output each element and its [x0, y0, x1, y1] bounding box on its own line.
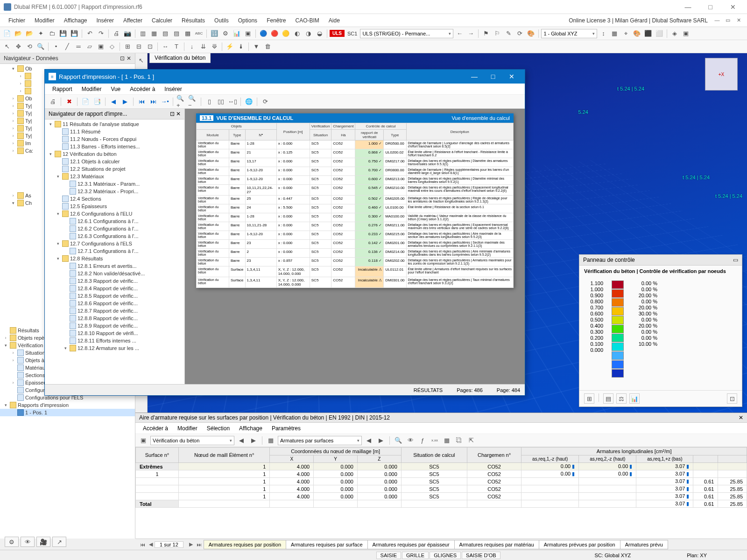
doc-minimize-icon[interactable]: —	[712, 17, 722, 23]
dlg-first-icon[interactable]: ⏮	[136, 97, 147, 107]
bp-menu-affichage[interactable]: Affichage	[234, 424, 267, 433]
bp-find-icon[interactable]: 🔍	[393, 435, 403, 446]
dialog-page-view[interactable]: 13.1 VUE D'ENSEMBLE DU CALCUL Vue d'ense…	[185, 109, 525, 384]
doc-restore-icon[interactable]: ▭	[723, 17, 733, 23]
tree-row[interactable]: 11.1 Résumé	[46, 128, 183, 135]
cp-b1-icon[interactable]: ⊞	[584, 393, 594, 404]
tree-row[interactable]: 12.8.8 Rapport de vérific...	[46, 315, 183, 322]
menu-fenetre[interactable]: Fenêtre	[262, 15, 290, 26]
dlg-print-icon[interactable]: 🖨	[48, 97, 58, 107]
menu-affichage[interactable]: Affichage	[59, 15, 92, 26]
flag2-icon[interactable]: ⚐	[492, 28, 502, 39]
doc-close-icon[interactable]: ✕	[734, 17, 743, 23]
tree-row[interactable]: 12.4 Sections	[46, 195, 183, 203]
cp-b3-icon[interactable]: ⚖	[616, 393, 627, 404]
dlg-ftr-icon[interactable]: 📑	[92, 97, 102, 107]
dlg-menu-rapport[interactable]: Rapport	[48, 84, 77, 94]
res2-icon[interactable]: 🔴	[269, 28, 280, 39]
dlg-next-icon[interactable]: ▶	[120, 97, 130, 107]
tree-row[interactable]: 12.6.2 Configurations à l'...	[46, 225, 183, 232]
tree-row[interactable]: 1 - Pos. 1	[0, 409, 135, 416]
tree-row[interactable]: ▾12.6 Configurations à l'ELU	[46, 210, 183, 217]
flag1-icon[interactable]: ⚑	[481, 28, 491, 39]
calc4-icon[interactable]: ▣	[243, 28, 253, 39]
prev-icon[interactable]: ←	[454, 28, 465, 39]
folder-icon[interactable]: 🗀	[47, 28, 57, 39]
status-saisie[interactable]: SAISIE	[376, 552, 401, 559]
t3-icon[interactable]: ⊡	[145, 42, 155, 52]
dlg-lang-icon[interactable]: 🌐	[244, 97, 254, 107]
calc2-icon[interactable]: ⚙	[220, 28, 231, 39]
move-icon[interactable]: ✥	[13, 42, 23, 52]
axis-icon[interactable]: ↕	[598, 28, 608, 39]
tab-armatures-surface[interactable]: Armatures requises par surface	[286, 540, 367, 549]
bp-prev2-icon[interactable]: ◀	[364, 435, 374, 446]
rot-icon[interactable]: ⟲	[24, 42, 35, 52]
dialog-close-icon[interactable]: ✕	[502, 73, 521, 80]
uls-badge[interactable]: ULS	[330, 30, 345, 37]
open2-icon[interactable]: 📂	[24, 28, 35, 39]
dlg-nav-close-icon[interactable]: ✕	[176, 111, 181, 117]
bp-menu-parametres[interactable]: Paramètres	[267, 424, 305, 433]
dlg-goto-icon[interactable]: →•	[160, 97, 170, 107]
close-button[interactable]: ✕	[722, 0, 743, 14]
res1-icon[interactable]: 🔵	[258, 28, 268, 39]
bp-combo2[interactable]: Armatures par surfaces	[278, 436, 362, 445]
load-combo[interactable]: ULS (STR/GEO) - Permane...	[360, 29, 453, 38]
iso-icon[interactable]: ◈	[669, 28, 680, 39]
member-icon[interactable]: ═	[73, 42, 84, 52]
tree-row[interactable]: ▾12.3 Matériaux	[46, 173, 183, 180]
load3-icon[interactable]: ⟱	[209, 42, 219, 52]
save-icon[interactable]: 💾	[58, 28, 68, 39]
persp-icon[interactable]: ▣	[681, 28, 691, 39]
dlg-pagew-icon[interactable]: ↔▯	[227, 97, 238, 107]
menu-aide[interactable]: Aide	[324, 15, 345, 26]
tree-row[interactable]: 12.8.3 Rapport de vérific...	[46, 277, 183, 285]
dlg-refresh-icon[interactable]: ⟳	[260, 97, 270, 107]
tree-row[interactable]: 12.3.2 Matériaux - Propri...	[46, 188, 183, 195]
bottom-panel-close-icon[interactable]: ✕	[739, 414, 743, 421]
bp-icon2[interactable]: ▦	[266, 435, 276, 446]
tab-armatures-epaisseur[interactable]: Armatures requises par épaisseur	[367, 540, 455, 549]
tab-armatures-materiau[interactable]: Armatures requises par matériau	[454, 540, 539, 549]
bt-last-icon[interactable]: ⏭	[195, 542, 204, 547]
print-icon[interactable]: 🖨	[111, 28, 121, 39]
dlg-nav-pin-icon[interactable]: ⊡	[170, 111, 175, 117]
res4-icon[interactable]: ◐	[292, 28, 302, 39]
sel-icon[interactable]: ↖	[2, 42, 12, 52]
tree-row[interactable]: 12.8.11 Efforts internes ...	[46, 337, 183, 344]
bt-prev-icon[interactable]: ◀	[147, 541, 155, 547]
tree-row[interactable]: ▾12.7 Configurations à l'ELS	[46, 240, 183, 247]
undo-icon[interactable]: ↶	[85, 28, 95, 39]
save-as-icon[interactable]: 💾	[69, 28, 79, 39]
nav-pin-icon[interactable]: ⊡	[120, 55, 125, 62]
status-saisie-ob[interactable]: SAISIE D'OB	[462, 552, 500, 559]
menu-options[interactable]: Options	[233, 15, 262, 26]
tree-row[interactable]: ▾12 Vérification du béton	[46, 150, 183, 158]
dlg-last-icon[interactable]: ⏭	[148, 97, 158, 107]
res5-icon[interactable]: ◑	[303, 28, 313, 39]
tree-row[interactable]: ▾Rapports d'impression	[0, 401, 135, 409]
view3-icon[interactable]: ▧	[160, 28, 170, 39]
bp-show-icon[interactable]: 👁	[405, 435, 416, 446]
tree-row[interactable]: 11.2 Nœuds - Forces d'appui	[46, 135, 183, 143]
vb-settings-icon[interactable]: ⚙	[5, 537, 19, 547]
dialog-titlebar[interactable]: ≡ Rapport d'impression - [ 1 - Pos. 1 ] …	[45, 70, 525, 84]
tab-armatures-prevu[interactable]: Armatures prévu	[620, 540, 668, 549]
dlg-page1-icon[interactable]: ▯	[204, 97, 214, 107]
control-panel-close-icon[interactable]: ▭	[733, 257, 738, 263]
vb-eye-icon[interactable]: 👁	[21, 537, 35, 547]
view4-icon[interactable]: ▨	[171, 28, 182, 39]
node-icon[interactable]: •	[51, 42, 61, 52]
tree-row[interactable]: 12.8.5 Rapport de vérific...	[46, 292, 183, 300]
tool1-icon[interactable]: ✎	[503, 28, 514, 39]
line-icon[interactable]: ╱	[62, 42, 72, 52]
cp-b2-icon[interactable]: ▤	[603, 393, 613, 404]
f1-icon[interactable]: ⚡	[225, 42, 235, 52]
tree-row[interactable]: 12.8.6 Rapport de vérific...	[46, 300, 183, 307]
bp-icon[interactable]: ▣	[138, 435, 148, 446]
tree-row[interactable]: 12.1 Objets à calculer	[46, 158, 183, 165]
calc-icon[interactable]: 🔢	[209, 28, 219, 39]
tree-row[interactable]: ▾12.8.12 Armature sur les ...	[46, 344, 183, 352]
solid-icon[interactable]: ⬛	[643, 28, 653, 39]
